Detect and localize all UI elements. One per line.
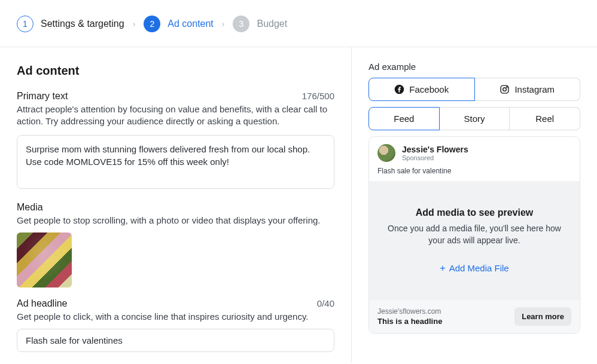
headline-counter: 0/40 bbox=[317, 298, 334, 308]
media-field: Media Get people to stop scrolling, with… bbox=[17, 202, 334, 287]
preview-label: Ad example bbox=[368, 62, 580, 72]
step-1-circle: 1 bbox=[17, 16, 33, 32]
platform-tabs: Facebook Instagram bbox=[368, 78, 580, 101]
preview-column: Ad example Facebook Instagram Feed Story… bbox=[352, 47, 597, 363]
preview-placeholder-title: Add media to see preview bbox=[382, 207, 566, 218]
add-media-label: Add Media File bbox=[449, 263, 509, 273]
step-1-label: Settings & targeting bbox=[41, 19, 124, 29]
instagram-icon bbox=[499, 84, 510, 94]
svg-point-3 bbox=[507, 87, 507, 87]
chevron-right-icon: › bbox=[222, 19, 225, 29]
tab-instagram[interactable]: Instagram bbox=[475, 78, 581, 101]
headline-desc: Get people to click, with a concise line… bbox=[17, 311, 334, 323]
tab-instagram-label: Instagram bbox=[514, 84, 555, 94]
preview-sponsored-label: Sponsored bbox=[402, 154, 468, 161]
chevron-right-icon: › bbox=[133, 19, 136, 29]
step-3-circle: 3 bbox=[233, 16, 249, 32]
step-2[interactable]: 2 Ad content bbox=[144, 16, 214, 32]
media-desc: Get people to stop scrolling, with a pho… bbox=[17, 215, 334, 227]
preview-media-placeholder: Add media to see preview Once you add a … bbox=[369, 181, 580, 300]
section-title: Ad content bbox=[17, 64, 334, 78]
tab-facebook[interactable]: Facebook bbox=[368, 78, 475, 101]
tab-reel[interactable]: Reel bbox=[510, 107, 580, 130]
avatar bbox=[377, 144, 395, 162]
tab-story[interactable]: Story bbox=[440, 107, 510, 130]
media-label: Media bbox=[17, 202, 334, 213]
preview-card: Jessie's Flowers Sponsored Flash sale fo… bbox=[368, 136, 580, 334]
step-2-label: Ad content bbox=[167, 19, 214, 29]
primary-text-input[interactable] bbox=[17, 135, 334, 189]
step-3-label: Budget bbox=[257, 19, 287, 29]
preview-placeholder-desc: Once you add a media file, you'll see he… bbox=[382, 223, 566, 246]
add-media-button[interactable]: + Add Media File bbox=[440, 263, 508, 273]
headline-label: Ad headline bbox=[17, 298, 68, 309]
plus-icon: + bbox=[440, 264, 445, 273]
primary-text-desc: Attract people's attention by focusing o… bbox=[17, 103, 334, 128]
svg-point-2 bbox=[503, 88, 507, 91]
headline-input[interactable] bbox=[17, 329, 334, 352]
preview-footer-headline: This is a headline bbox=[377, 317, 442, 326]
headline-field: Ad headline 0/40 Get people to click, wi… bbox=[17, 298, 334, 352]
facebook-icon bbox=[394, 84, 404, 94]
preview-page-name: Jessie's Flowers bbox=[402, 145, 468, 154]
primary-text-counter: 176/500 bbox=[302, 91, 334, 101]
tab-facebook-label: Facebook bbox=[409, 84, 449, 94]
step-3[interactable]: 3 Budget bbox=[233, 16, 287, 32]
step-2-circle: 2 bbox=[144, 16, 160, 32]
stepper: 1 Settings & targeting › 2 Ad content › … bbox=[0, 0, 597, 47]
step-1[interactable]: 1 Settings & targeting bbox=[17, 16, 124, 32]
preview-subtext: Flash sale for valentine bbox=[369, 166, 580, 181]
tab-feed[interactable]: Feed bbox=[368, 107, 440, 130]
placement-tabs: Feed Story Reel bbox=[368, 107, 580, 130]
preview-footer-site: Jessie'sflowers.com bbox=[377, 307, 442, 316]
preview-cta-button[interactable]: Learn more bbox=[514, 307, 571, 326]
media-thumbnail[interactable] bbox=[17, 233, 72, 287]
primary-text-label: Primary text bbox=[17, 91, 68, 102]
form-column: Ad content Primary text 176/500 Attract … bbox=[0, 47, 352, 363]
primary-text-field: Primary text 176/500 Attract people's at… bbox=[17, 91, 334, 191]
